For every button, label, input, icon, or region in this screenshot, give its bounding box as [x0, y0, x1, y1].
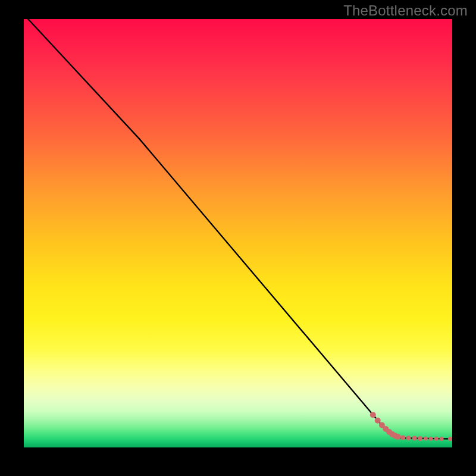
data-marker: [440, 437, 444, 441]
curve-polyline: [28, 19, 452, 439]
data-marker: [412, 436, 417, 441]
data-marker: [406, 436, 411, 440]
data-marker: [400, 435, 405, 440]
main-curve: [28, 19, 452, 439]
data-marker: [429, 437, 433, 441]
data-marker: [434, 437, 439, 441]
data-marker: [395, 434, 401, 440]
data-marker: [375, 418, 381, 424]
data-marker: [370, 412, 376, 418]
chart-frame: TheBottleneck.com: [0, 0, 476, 476]
plot-area: [24, 19, 452, 447]
data-markers: [370, 412, 452, 441]
data-marker: [418, 436, 422, 441]
chart-overlay: [24, 19, 452, 447]
watermark-text: TheBottleneck.com: [343, 2, 468, 19]
data-marker: [448, 437, 452, 441]
data-marker: [424, 436, 428, 440]
